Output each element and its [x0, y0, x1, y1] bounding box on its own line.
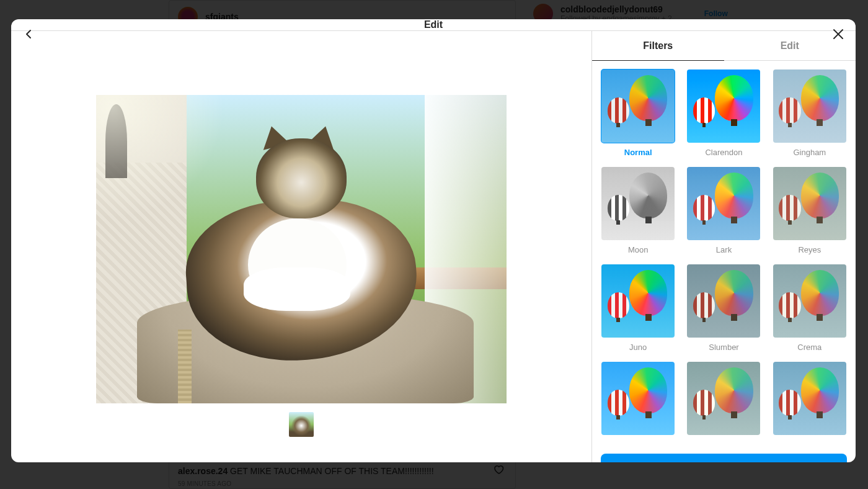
filter-moon[interactable]: Moon	[601, 167, 675, 254]
chevron-left-icon	[21, 27, 36, 42]
filter-thumb	[601, 362, 675, 435]
filter-thumb	[601, 264, 675, 338]
filter-label: Clarendon	[705, 148, 742, 157]
filter-clarendon[interactable]: Clarendon	[686, 70, 761, 157]
filter-normal[interactable]: Normal	[601, 70, 675, 157]
filter-label: Reyes	[798, 245, 821, 254]
filter-juno[interactable]: Juno	[601, 264, 675, 352]
filter-item-9[interactable]	[601, 362, 675, 440]
filter-label: Moon	[628, 245, 649, 254]
modal-title: Edit	[424, 19, 443, 30]
filters-scroll[interactable]: NormalClarendonGinghamMoonLarkReyesJunoS…	[592, 61, 856, 445]
side-panel: Filters Edit NormalClarendonGinghamMoonL…	[591, 31, 856, 462]
filter-gingham[interactable]: Gingham	[773, 70, 847, 157]
filter-reyes[interactable]: Reyes	[773, 167, 847, 254]
back-button[interactable]	[21, 27, 36, 42]
filter-thumb	[687, 362, 760, 435]
tab-edit[interactable]: Edit	[724, 31, 856, 60]
thumbnail-strip	[289, 412, 314, 437]
filter-crema[interactable]: Crema	[773, 264, 847, 352]
main-preview-image[interactable]	[96, 95, 507, 403]
filter-label: Lark	[716, 245, 732, 254]
filter-thumb	[687, 167, 760, 240]
filter-thumb	[773, 70, 846, 143]
modal-header: Edit	[11, 19, 856, 31]
tab-filters[interactable]: Filters	[592, 31, 724, 60]
filter-thumb	[773, 362, 846, 435]
preview-pane	[11, 31, 591, 462]
filter-thumb	[601, 70, 675, 143]
filter-label: Gingham	[793, 148, 826, 157]
filter-label: Slumber	[709, 343, 738, 352]
filter-label: Crema	[797, 343, 822, 352]
filter-thumb	[687, 70, 760, 143]
filter-thumb	[687, 264, 760, 338]
edit-modal: Edit	[11, 19, 856, 462]
filter-label: Juno	[629, 343, 647, 352]
filter-thumb	[773, 167, 846, 240]
filter-thumb	[773, 264, 846, 338]
next-button[interactable]: Next	[601, 454, 847, 462]
filter-label: Normal	[624, 148, 652, 157]
filter-lark[interactable]: Lark	[686, 167, 761, 254]
thumbnail-1[interactable]	[289, 412, 314, 437]
filter-item-11[interactable]	[773, 362, 847, 440]
filter-thumb	[601, 167, 675, 240]
tabs: Filters Edit	[592, 31, 856, 61]
filter-item-10[interactable]	[686, 362, 761, 440]
filters-grid: NormalClarendonGinghamMoonLarkReyesJunoS…	[601, 70, 847, 440]
filter-slumber[interactable]: Slumber	[686, 264, 761, 352]
